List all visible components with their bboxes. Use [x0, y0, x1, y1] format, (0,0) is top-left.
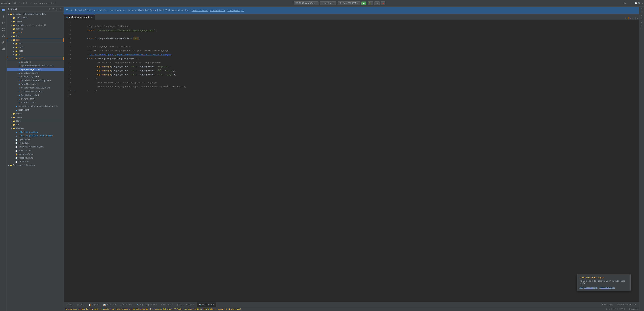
collapse-icon[interactable]: ∨ [637, 17, 638, 19]
panel-collapse-icon[interactable]: ≡ [52, 7, 54, 11]
breadcrumb-lib[interactable]: lib [12, 2, 16, 4]
tree-item-fpd[interactable]: ▶ ◆ .flutter-plugins-dependencies [7, 134, 64, 138]
profile-button[interactable]: ⏱ [374, 1, 380, 5]
tree-item-pubspec-yaml[interactable]: ▶ 📄 pubspec.yaml [7, 156, 64, 160]
right-emulator[interactable]: E [640, 24, 644, 27]
tree-item-applang[interactable]: ▶ ◆ appLanguages.dart [7, 68, 64, 71]
tree-item-ui[interactable]: ▶ 📁 ui [7, 53, 64, 57]
tree-item-idea[interactable]: ▶ 📁 .idea [7, 20, 64, 23]
sidebar-item-project[interactable] [0, 7, 6, 13]
tree-item-web[interactable]: ▶ 📁 web [7, 123, 64, 127]
tab-close-icon[interactable]: ✕ [91, 16, 92, 18]
tab-terminal[interactable]: $ Terminal [159, 303, 174, 307]
tree-item-iml[interactable]: ▶ 📄 erestro.iml [7, 149, 64, 152]
right-device-file-explorer[interactable]: X [640, 27, 644, 30]
tree-item-data[interactable]: ▶ 📁 data [7, 49, 64, 53]
readme-file-icon: 📄 [15, 160, 18, 163]
breadcrumb-file[interactable]: appLanguages.dart [34, 2, 56, 4]
tree-item-hivebox[interactable]: ▶ ◆ hiveBoxKey.dart [7, 75, 64, 79]
applang-file-icon: ◆ [18, 68, 20, 71]
panel-options-icon[interactable]: ⋮ [58, 7, 62, 11]
tree-item-pubspec-lock[interactable]: ▶ 🔒 pubspec.lock [7, 152, 64, 156]
sidebar-item-resource[interactable] [0, 26, 6, 32]
sidebar-item-build[interactable] [0, 45, 6, 52]
tab-profiler[interactable]: 📊 Profiler [101, 303, 118, 307]
tab-todo[interactable]: ☑ TODO [76, 303, 86, 307]
panel-filter-icon[interactable]: ⊟ [55, 7, 58, 11]
stop-button[interactable]: ■ [381, 1, 385, 5]
tree-item-linux[interactable]: ▶ 📁 linux [7, 112, 64, 116]
code-area[interactable]: //by default language of the app import … [72, 20, 639, 302]
tree-item-macos[interactable]: ▶ 📁 macos [7, 116, 64, 119]
tab-git[interactable]: ⎇ Git [64, 303, 75, 307]
breadcrumb-utils[interactable]: utils [22, 2, 28, 4]
dart-tool-label: .dart_tool [16, 17, 28, 19]
tree-item-app[interactable]: ▶ 📁 app [7, 42, 64, 45]
apply-code-style-button[interactable]: Apply the code style [580, 286, 598, 289]
tree-item-cubit[interactable]: ▶ 📁 cubit [7, 45, 64, 49]
sidebar-item-structure[interactable] [0, 33, 6, 39]
settings-icon[interactable]: ⚙ [642, 2, 643, 4]
right-flutter-inspector[interactable]: I [640, 14, 644, 17]
hide-notification-button[interactable]: Hide notification [210, 9, 226, 12]
tab-dart-analysis[interactable]: ◆ Dart Analysis [175, 303, 196, 307]
tree-item-generated[interactable]: ▶ ◆ generated_plugin_registrant.dart [7, 105, 64, 108]
tree-item-ios[interactable]: ▶ 📁 ios [7, 34, 64, 38]
tree-item-readme[interactable]: ▶ 📄 README.md [7, 160, 64, 164]
tree-item-main[interactable]: ▶ ◆ main.dart [7, 108, 64, 112]
tab-applang[interactable]: ◆ appLanguages.dart ✕ [64, 14, 95, 19]
sidebar-item-pullrequest[interactable] [0, 20, 6, 26]
tree-item-utils[interactable]: ▼ 📁 utils [7, 57, 64, 60]
run-button[interactable]: ▶ [362, 1, 366, 5]
tree-item-gitignore[interactable]: ▶ 📄 .gitignore [7, 138, 64, 141]
dont-show-again-button[interactable]: Don't show again [228, 9, 244, 12]
file-selector[interactable]: main.dart ▾ [320, 1, 336, 5]
build-arrow: ▶ [10, 31, 12, 34]
tree-item-flutter-plugins[interactable]: ▶ ◆ .flutter-plugins [7, 130, 64, 134]
kotlin-dont-show-button[interactable]: Don't show again [600, 286, 615, 289]
tree-item-notif[interactable]: ▶ ◆ notificationUtility.dart [7, 86, 64, 90]
tab-screenshot[interactable]: 📷 Screenshot [197, 303, 216, 307]
tab-app-inspection[interactable]: 🔍 App Inspection [134, 303, 159, 307]
tree-item-string[interactable]: ▶ ◆ string.dart [7, 97, 64, 101]
tree-item-lib[interactable]: ▼ 📁 lib [7, 38, 64, 42]
tree-item-sqlite[interactable]: ▶ ◆ SqliteData.dart [7, 93, 64, 97]
tree-item-dart-tool[interactable]: ▶ 📁 .dart_tool [7, 16, 64, 20]
debug-button[interactable]: 🐛 [368, 1, 373, 5]
tree-item-analysis[interactable]: ▶ 📄 analysis_options.yaml [7, 145, 64, 149]
sidebar-item-favorites[interactable] [0, 39, 6, 45]
right-adb-wifi[interactable]: A [640, 21, 644, 24]
sidebar-item-commit[interactable] [0, 14, 6, 20]
tree-item-metadata[interactable]: ▶ 📄 .metadata [7, 141, 64, 145]
tab-problems[interactable]: ⚠ Problems [118, 303, 134, 307]
tree-item-api[interactable]: ▶ ◆ api.dart [7, 60, 64, 64]
app-insp-tab-icon: 🔍 [136, 304, 139, 306]
tree-item-apibody[interactable]: ▶ ◆ apiBodyParameterLabels.dart [7, 64, 64, 68]
panel-settings-icon[interactable]: ⚙ [48, 7, 51, 11]
tree-item-assets[interactable]: ▶ 📁 assets [7, 27, 64, 31]
right-device-manager[interactable]: D [640, 17, 644, 20]
tree-item-labelkeys[interactable]: ▶ ◆ labelKeys.dart [7, 82, 64, 86]
magnify-icon[interactable]: 🔍 [638, 2, 640, 4]
tab-logcat[interactable]: 📋 Logcat [86, 303, 101, 307]
tree-item-slide[interactable]: ▶ ◆ Slideanimation.dart [7, 90, 64, 93]
layout-inspector-tab[interactable]: Layout Inspector [615, 303, 638, 307]
expand-icon[interactable]: ∧ [634, 17, 636, 19]
device-selector[interactable]: RMX3265 (mobile) ▾ [294, 1, 318, 5]
tree-item-windows[interactable]: ▼ 📁 windows [7, 127, 64, 130]
tree-item-test[interactable]: ▶ 📁 test [7, 119, 64, 123]
svg-point-6 [2, 22, 3, 23]
idea-arrow: ▶ [10, 20, 12, 23]
tree-item-internet[interactable]: ▶ ◆ internetConnectivity.dart [7, 79, 64, 82]
right-flutter-outline[interactable]: F [640, 11, 644, 14]
event-log-tab[interactable]: Event Log [600, 303, 615, 307]
tree-root[interactable]: ▼ 📁 erestro ~/Documents/erestro [7, 12, 64, 16]
tree-item-android[interactable]: ▶ 📁 android [erestro_android] [7, 23, 64, 27]
choose-direction-button[interactable]: Choose direction [192, 9, 208, 12]
device-model[interactable]: Realme RMX3265 ▾ [338, 1, 360, 5]
tree-item-ext-libs[interactable]: ▶ 📁 External Libraries [7, 164, 64, 167]
right-performance[interactable]: P [640, 7, 644, 10]
tree-item-uiutils[interactable]: ▶ ◆ uiUtils.dart [7, 101, 64, 105]
tree-item-constants[interactable]: ▶ ◆ constants.dart [7, 71, 64, 75]
tree-item-build[interactable]: ▶ 📁 build [7, 31, 64, 34]
